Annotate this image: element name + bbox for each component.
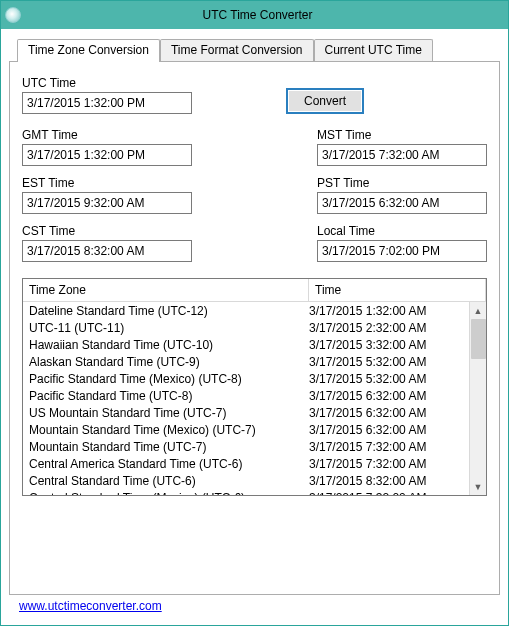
app-window: UTC Time Converter Time Zone Conversion …: [0, 0, 509, 626]
table-row[interactable]: Pacific Standard Time (Mexico) (UTC-8)3/…: [23, 370, 469, 387]
cell-time: 3/17/2015 5:32:00 AM: [309, 354, 463, 370]
footer: www.utctimeconverter.com: [9, 595, 500, 619]
cst-field: CST Time: [22, 224, 247, 262]
cell-timezone: Dateline Standard Time (UTC-12): [29, 303, 309, 319]
est-input[interactable]: [22, 192, 192, 214]
est-field: EST Time: [22, 176, 247, 214]
utc-label: UTC Time: [22, 76, 252, 90]
cst-input[interactable]: [22, 240, 192, 262]
local-input[interactable]: [317, 240, 487, 262]
tab-time-format-conversion[interactable]: Time Format Conversion: [160, 39, 314, 61]
pst-input[interactable]: [317, 192, 487, 214]
gmt-input[interactable]: [22, 144, 192, 166]
local-field: Local Time: [317, 224, 487, 262]
cell-time: 3/17/2015 7:32:00 AM: [309, 439, 463, 455]
cst-label: CST Time: [22, 224, 247, 238]
tabpage-time-zone-conversion: UTC Time Convert GMT Time MST Time EST T…: [9, 61, 500, 595]
mst-field: MST Time: [317, 128, 487, 166]
table-row[interactable]: Central Standard Time (Mexico) (UTC-6)3/…: [23, 489, 469, 495]
gmt-field: GMT Time: [22, 128, 247, 166]
footer-link[interactable]: www.utctimeconverter.com: [19, 599, 162, 613]
local-label: Local Time: [317, 224, 487, 238]
utc-field: UTC Time: [22, 76, 252, 114]
gmt-label: GMT Time: [22, 128, 247, 142]
cell-time: 3/17/2015 7:32:00 AM: [309, 456, 463, 472]
cell-timezone: Central Standard Time (UTC-6): [29, 473, 309, 489]
cell-timezone: Mountain Standard Time (UTC-7): [29, 439, 309, 455]
table-row[interactable]: Alaskan Standard Time (UTC-9)3/17/2015 5…: [23, 353, 469, 370]
cell-time: 3/17/2015 8:32:00 AM: [309, 473, 463, 489]
cell-timezone: Central Standard Time (Mexico) (UTC-6): [29, 490, 309, 495]
scroll-down-icon[interactable]: ▼: [470, 478, 486, 495]
timezone-list[interactable]: Time Zone Time Dateline Standard Time (U…: [22, 278, 487, 496]
cell-time: 3/17/2015 3:32:00 AM: [309, 337, 463, 353]
table-row[interactable]: Central America Standard Time (UTC-6)3/1…: [23, 455, 469, 472]
table-row[interactable]: Pacific Standard Time (UTC-8)3/17/2015 6…: [23, 387, 469, 404]
cell-timezone: Central America Standard Time (UTC-6): [29, 456, 309, 472]
est-label: EST Time: [22, 176, 247, 190]
tabstrip: Time Zone Conversion Time Format Convers…: [17, 39, 500, 61]
pst-field: PST Time: [317, 176, 487, 214]
col-header-timezone[interactable]: Time Zone: [23, 279, 309, 301]
app-icon: [5, 7, 21, 23]
mst-input[interactable]: [317, 144, 487, 166]
table-row[interactable]: Hawaiian Standard Time (UTC-10)3/17/2015…: [23, 336, 469, 353]
cell-timezone: Pacific Standard Time (UTC-8): [29, 388, 309, 404]
table-row[interactable]: Mountain Standard Time (UTC-7)3/17/2015 …: [23, 438, 469, 455]
cell-time: 3/17/2015 7:32:00 AM: [309, 490, 463, 495]
scroll-up-icon[interactable]: ▲: [470, 302, 486, 319]
table-row[interactable]: Central Standard Time (UTC-6)3/17/2015 8…: [23, 472, 469, 489]
list-body[interactable]: Dateline Standard Time (UTC-12)3/17/2015…: [23, 302, 469, 495]
col-header-time[interactable]: Time: [309, 279, 486, 301]
table-row[interactable]: UTC-11 (UTC-11)3/17/2015 2:32:00 AM: [23, 319, 469, 336]
mst-label: MST Time: [317, 128, 487, 142]
cell-time: 3/17/2015 6:32:00 AM: [309, 405, 463, 421]
cell-time: 3/17/2015 1:32:00 AM: [309, 303, 463, 319]
table-row[interactable]: US Mountain Standard Time (UTC-7)3/17/20…: [23, 404, 469, 421]
cell-time: 3/17/2015 2:32:00 AM: [309, 320, 463, 336]
tab-time-zone-conversion[interactable]: Time Zone Conversion: [17, 39, 160, 62]
cell-time: 3/17/2015 6:32:00 AM: [309, 422, 463, 438]
titlebar[interactable]: UTC Time Converter: [1, 1, 508, 29]
tab-current-utc-time[interactable]: Current UTC Time: [314, 39, 433, 61]
cell-timezone: US Mountain Standard Time (UTC-7): [29, 405, 309, 421]
table-row[interactable]: Dateline Standard Time (UTC-12)3/17/2015…: [23, 302, 469, 319]
cell-timezone: Alaskan Standard Time (UTC-9): [29, 354, 309, 370]
scroll-thumb[interactable]: [471, 319, 486, 359]
cell-timezone: UTC-11 (UTC-11): [29, 320, 309, 336]
cell-time: 3/17/2015 6:32:00 AM: [309, 388, 463, 404]
cell-timezone: Hawaiian Standard Time (UTC-10): [29, 337, 309, 353]
scrollbar[interactable]: ▲ ▼: [469, 302, 486, 495]
window-title: UTC Time Converter: [27, 8, 488, 22]
convert-button[interactable]: Convert: [286, 88, 364, 114]
list-header: Time Zone Time: [23, 279, 486, 302]
pst-label: PST Time: [317, 176, 487, 190]
client-area: Time Zone Conversion Time Format Convers…: [1, 29, 508, 625]
cell-timezone: Pacific Standard Time (Mexico) (UTC-8): [29, 371, 309, 387]
cell-timezone: Mountain Standard Time (Mexico) (UTC-7): [29, 422, 309, 438]
cell-time: 3/17/2015 5:32:00 AM: [309, 371, 463, 387]
utc-input[interactable]: [22, 92, 192, 114]
table-row[interactable]: Mountain Standard Time (Mexico) (UTC-7)3…: [23, 421, 469, 438]
